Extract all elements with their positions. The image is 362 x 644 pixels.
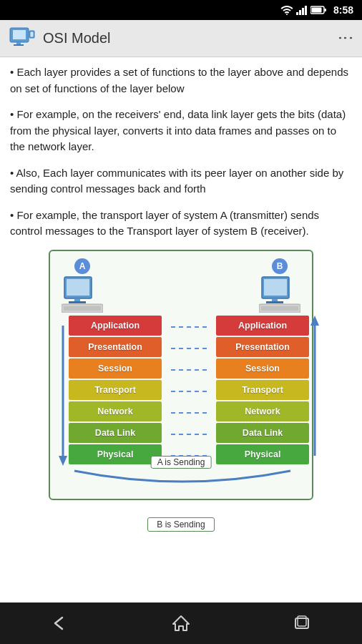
recent-icon xyxy=(293,614,311,633)
layers-wrapper: ApplicationPresentationSessionTransportN… xyxy=(57,316,305,466)
svg-rect-1 xyxy=(296,12,298,15)
paragraph-4: • For example, the transport layer of sy… xyxy=(10,208,352,240)
signal-icon xyxy=(296,5,308,15)
app-icon xyxy=(9,25,36,52)
left-layer-presentation: Presentation xyxy=(69,337,162,357)
dashed-arrow-3 xyxy=(167,381,210,401)
paragraph-3: • Also, Each layer communicates with its… xyxy=(10,165,352,197)
right-arrow-container xyxy=(309,316,321,466)
dashed-arrow-4 xyxy=(167,403,210,423)
svg-rect-7 xyxy=(311,8,321,13)
a-sending-label: A is Sending xyxy=(151,456,212,469)
dashed-arrow-2 xyxy=(167,360,210,380)
svg-rect-23 xyxy=(266,301,283,303)
paragraph-1: • Each layer provides a set of functions… xyxy=(10,64,352,97)
middle-arrows xyxy=(167,316,210,466)
right-layer-column: ApplicationPresentationSessionTransportN… xyxy=(216,316,309,466)
diagram-box: A B xyxy=(49,250,313,500)
status-time: 8:58 xyxy=(333,4,353,16)
content-area: • Each layer provides a set of functions… xyxy=(0,57,362,602)
back-icon xyxy=(49,615,71,632)
dashed-line-5 xyxy=(171,434,207,435)
left-layer-network: Network xyxy=(69,401,162,421)
osi-diagram: A B xyxy=(10,250,352,532)
recent-button[interactable] xyxy=(280,609,323,638)
svg-rect-15 xyxy=(67,279,89,296)
svg-marker-29 xyxy=(310,316,319,326)
left-down-arrow xyxy=(57,326,69,466)
svg-rect-4 xyxy=(305,6,307,15)
dashed-line-2 xyxy=(171,369,207,371)
dashed-arrow-1 xyxy=(167,338,210,358)
bottom-arc xyxy=(57,467,308,489)
svg-rect-17 xyxy=(69,301,86,303)
left-arrow-container xyxy=(57,316,69,466)
svg-marker-30 xyxy=(173,616,189,630)
left-layer-session: Session xyxy=(69,358,162,379)
left-side: ApplicationPresentationSessionTransportN… xyxy=(57,316,162,466)
right-layer-session: Session xyxy=(216,358,309,379)
svg-rect-19 xyxy=(64,306,101,311)
right-layer-presentation: Presentation xyxy=(216,337,309,357)
svg-marker-27 xyxy=(59,456,67,466)
computer-icon-a xyxy=(62,275,103,313)
dashed-line-4 xyxy=(171,412,207,414)
computer-a: A xyxy=(62,258,103,313)
svg-point-0 xyxy=(286,14,288,15)
left-layer-column: ApplicationPresentationSessionTransportN… xyxy=(69,316,162,466)
svg-rect-3 xyxy=(302,8,304,15)
wifi-icon xyxy=(280,5,293,15)
app-title: OSI Model xyxy=(43,30,338,47)
dashed-arrow-5 xyxy=(167,424,210,444)
badge-b: B xyxy=(272,258,288,274)
badge-a: A xyxy=(74,258,90,274)
dashed-arrow-0 xyxy=(167,317,210,337)
left-layer-data-link: Data Link xyxy=(69,423,162,443)
nav-bar xyxy=(0,602,362,644)
home-icon xyxy=(172,614,190,633)
computer-b: B xyxy=(259,258,300,313)
right-side: ApplicationPresentationSessionTransportN… xyxy=(216,316,321,466)
svg-rect-11 xyxy=(14,44,24,46)
paragraph-2: • For example, on the receivers' end, da… xyxy=(10,107,352,155)
dashed-line-3 xyxy=(171,391,207,392)
svg-rect-25 xyxy=(261,306,298,311)
left-layer-physical: Physical xyxy=(69,444,162,464)
computer-icon-b xyxy=(259,275,300,313)
app-bar: OSI Model ⋮ xyxy=(0,20,362,57)
svg-rect-6 xyxy=(324,9,326,11)
right-layer-transport: Transport xyxy=(216,380,309,400)
back-button[interactable] xyxy=(39,609,82,638)
battery-icon xyxy=(310,6,326,14)
status-bar: 8:58 xyxy=(0,0,362,20)
right-layer-data-link: Data Link xyxy=(216,423,309,443)
right-layer-network: Network xyxy=(216,401,309,421)
b-sending-label: B is Sending xyxy=(147,517,214,532)
svg-rect-2 xyxy=(299,10,301,15)
dashed-line-1 xyxy=(171,348,207,349)
right-layer-physical: Physical xyxy=(216,444,309,464)
svg-rect-13 xyxy=(31,31,34,36)
menu-button[interactable]: ⋮ xyxy=(338,30,353,47)
computers-row: A B xyxy=(57,258,305,313)
left-layer-application: Application xyxy=(69,316,162,336)
left-layer-transport: Transport xyxy=(69,380,162,400)
dashed-line-0 xyxy=(171,326,207,328)
svg-rect-21 xyxy=(264,279,287,296)
right-layer-application: Application xyxy=(216,316,309,336)
status-icons: 8:58 xyxy=(280,4,353,16)
home-button[interactable] xyxy=(160,609,202,638)
right-up-arrow xyxy=(309,316,321,456)
svg-rect-9 xyxy=(13,30,26,39)
